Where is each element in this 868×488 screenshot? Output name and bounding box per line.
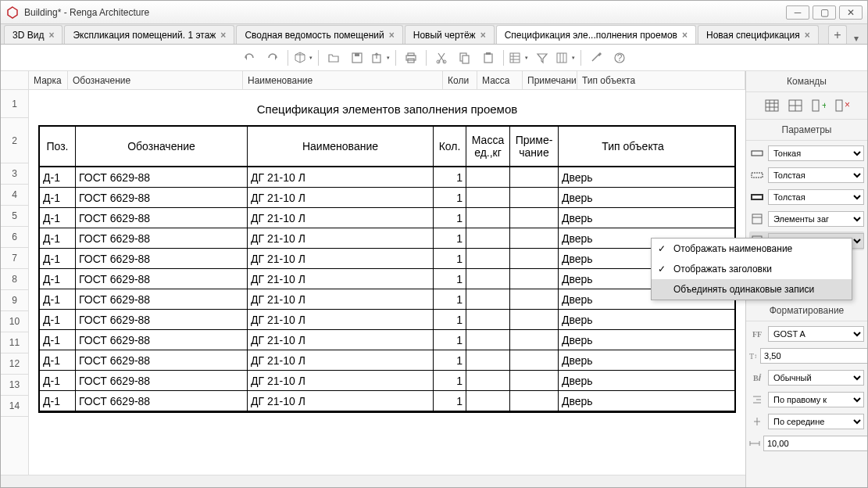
cell-oboz[interactable]: ГОСТ 6629-88: [76, 269, 248, 289]
cell-naim[interactable]: ДГ 21-10 Л: [248, 289, 434, 309]
cell-kol[interactable]: 1: [434, 289, 466, 309]
table-row[interactable]: Д-1 ГОСТ 6629-88 ДГ 21-10 Л 1 Дверь: [40, 208, 734, 228]
table-row[interactable]: Д-1 ГОСТ 6629-88 ДГ 21-10 Л 1 Дверь: [40, 188, 734, 208]
table-row[interactable]: Д-1 ГОСТ 6629-88 ДГ 21-10 Л 1 Дверь: [40, 249, 734, 269]
table-row[interactable]: Д-1 ГОСТ 6629-88 ДГ 21-10 Л 1 Дверь: [40, 167, 734, 188]
line2-select[interactable]: Толстая: [768, 167, 864, 183]
cell-oboz[interactable]: ГОСТ 6629-88: [76, 350, 248, 370]
cell-naim[interactable]: ДГ 21-10 Л: [248, 167, 434, 187]
tab[interactable]: Сводная ведомость помещений×: [236, 25, 402, 44]
cell-massa[interactable]: [466, 228, 510, 248]
cell-prim[interactable]: [510, 208, 559, 228]
cell-oboz[interactable]: ГОСТ 6629-88: [76, 310, 248, 329]
cell-tip[interactable]: Дверь: [559, 310, 707, 329]
cell-naim[interactable]: ДГ 21-10 Л: [248, 249, 434, 268]
add-tab-button[interactable]: +: [828, 25, 847, 44]
add-col-icon[interactable]: +: [809, 97, 828, 114]
cell-kol[interactable]: 1: [434, 228, 466, 248]
cell-poz[interactable]: Д-1: [40, 330, 76, 350]
cell-massa[interactable]: [466, 310, 510, 329]
table-row[interactable]: Д-1 ГОСТ 6629-88 ДГ 21-10 Л 1 Дверь: [40, 330, 734, 350]
elements-select[interactable]: Элементы заг: [768, 211, 864, 227]
cell-poz[interactable]: Д-1: [40, 350, 76, 370]
cell-prim[interactable]: [510, 371, 559, 390]
cell-kol[interactable]: 1: [434, 208, 466, 228]
tab[interactable]: 3D Вид×: [4, 25, 63, 44]
cell-prim[interactable]: [510, 289, 559, 309]
cell-massa[interactable]: [466, 188, 510, 207]
width-input[interactable]: [763, 436, 867, 451]
cell-massa[interactable]: [466, 249, 510, 268]
del-col-icon[interactable]: ×: [833, 97, 852, 114]
tab-close-icon[interactable]: ×: [682, 30, 688, 41]
cell-poz[interactable]: Д-1: [40, 289, 76, 309]
close-button[interactable]: ✕: [839, 5, 863, 20]
cell-massa[interactable]: [466, 391, 510, 411]
cell-naim[interactable]: ДГ 21-10 Л: [248, 371, 434, 390]
cell-prim[interactable]: [510, 249, 559, 268]
cut-icon[interactable]: [431, 48, 452, 68]
col-header[interactable]: Коли: [443, 71, 477, 89]
tab-overflow[interactable]: ▾: [848, 33, 864, 44]
row-header[interactable]: 2: [1, 118, 28, 163]
row-header[interactable]: 14: [1, 396, 28, 417]
open-icon[interactable]: [323, 48, 344, 68]
cell-prim[interactable]: [510, 188, 559, 207]
maximize-button[interactable]: ▢: [813, 5, 836, 20]
align-h-select[interactable]: По правому к: [768, 392, 864, 407]
paste-icon[interactable]: [478, 48, 498, 68]
weight-select[interactable]: Обычный: [768, 370, 864, 386]
cell-naim[interactable]: ДГ 21-10 Л: [248, 188, 434, 207]
tab[interactable]: Экспликация помещений. 1 этаж×: [64, 25, 234, 44]
help-icon[interactable]: ?: [609, 48, 630, 68]
row-header[interactable]: 3: [1, 163, 28, 185]
minimize-button[interactable]: ─: [786, 5, 809, 20]
cell-prim[interactable]: [510, 350, 559, 370]
cell-massa[interactable]: [466, 350, 510, 370]
cell-prim[interactable]: [510, 310, 559, 329]
cell-tip[interactable]: Дверь: [559, 188, 707, 207]
tab[interactable]: Спецификация эле...полнения проемов×: [496, 25, 696, 44]
cell-kol[interactable]: 1: [434, 269, 466, 289]
cell-kol[interactable]: 1: [434, 350, 466, 370]
cell-poz[interactable]: Д-1: [40, 310, 76, 329]
tab[interactable]: Новый чертёж×: [405, 25, 495, 44]
cell-poz[interactable]: Д-1: [40, 228, 76, 248]
row-header[interactable]: 12: [1, 353, 28, 375]
col-header[interactable]: Обозначение: [68, 71, 243, 89]
cell-tip[interactable]: Дверь: [559, 208, 707, 228]
col-header[interactable]: Масса: [477, 71, 523, 89]
cell-poz[interactable]: Д-1: [40, 269, 76, 289]
cell-oboz[interactable]: ГОСТ 6629-88: [76, 208, 248, 228]
row-header[interactable]: 6: [1, 227, 28, 248]
cell-oboz[interactable]: ГОСТ 6629-88: [76, 167, 248, 187]
table-row[interactable]: Д-1 ГОСТ 6629-88 ДГ 21-10 Л 1 Дверь: [40, 350, 734, 371]
cell-oboz[interactable]: ГОСТ 6629-88: [76, 371, 248, 390]
scrollbar-horizontal[interactable]: [1, 475, 745, 487]
export-icon[interactable]: ▾: [370, 48, 391, 68]
copy-icon[interactable]: [455, 48, 475, 68]
col-header[interactable]: Примечани: [523, 71, 577, 89]
cell-naim[interactable]: ДГ 21-10 Л: [248, 330, 434, 350]
view-3d-icon[interactable]: ▾: [293, 48, 313, 68]
row-header[interactable]: 13: [1, 375, 28, 396]
row-header[interactable]: 8: [1, 269, 28, 290]
cell-kol[interactable]: 1: [434, 167, 466, 187]
cell-massa[interactable]: [466, 371, 510, 390]
row-header[interactable]: 4: [1, 185, 28, 206]
row-header[interactable]: 10: [1, 311, 28, 332]
cell-kol[interactable]: 1: [434, 371, 466, 390]
cell-kol[interactable]: 1: [434, 188, 466, 207]
cell-oboz[interactable]: ГОСТ 6629-88: [76, 188, 248, 207]
cell-tip[interactable]: Дверь: [559, 350, 707, 370]
cell-prim[interactable]: [510, 269, 559, 289]
cell-naim[interactable]: ДГ 21-10 Л: [248, 310, 434, 329]
settings-icon[interactable]: [586, 48, 606, 68]
cell-kol[interactable]: 1: [434, 249, 466, 268]
col-header[interactable]: Тип объекта: [577, 71, 745, 89]
cell-naim[interactable]: ДГ 21-10 Л: [248, 350, 434, 370]
undo-icon[interactable]: [239, 48, 259, 68]
save-icon[interactable]: [347, 48, 367, 68]
row-header[interactable]: 1: [1, 90, 28, 118]
cell-kol[interactable]: 1: [434, 391, 466, 411]
